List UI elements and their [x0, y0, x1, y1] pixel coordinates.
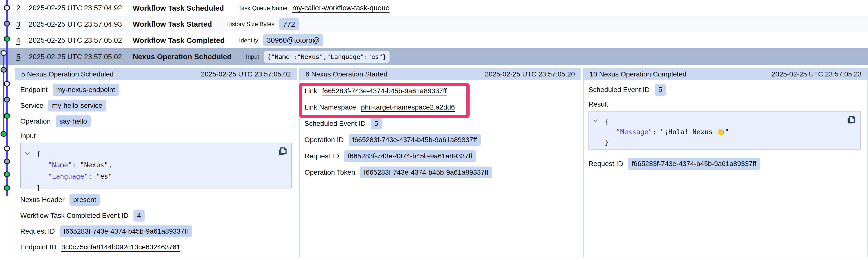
request-id-badge: f665283f-743e-4374-b45b-9a61a89337ff: [344, 150, 476, 162]
event-timestamp: 2025-02-25 UTC 23:57:04.92: [29, 4, 133, 12]
timeline-dot-completed: [4, 114, 10, 118]
scheduled-event-id-badge: 5: [655, 84, 666, 96]
copy-icon[interactable]: [846, 115, 856, 125]
endpoint-id-link[interactable]: 3c0c75ccfa8144b092c13ce632463761: [61, 243, 180, 251]
timeline-dot-scheduled: [1, 51, 6, 55]
field-label: Request ID: [20, 227, 55, 235]
event-type: Workflow Task Scheduled: [133, 4, 224, 12]
field-label: Service: [20, 102, 43, 110]
event-id-link[interactable]: 2: [16, 4, 23, 12]
field-wftc-event-id: Workflow Task Completed Event ID 4: [20, 208, 292, 223]
field-label: Operation: [20, 117, 51, 125]
panel-header: 10 Nexus Operation Completed 2025-02-25 …: [584, 68, 868, 80]
event-row-5-selected[interactable]: 5 2025-02-25 UTC 23:57:05.02 Nexus Opera…: [0, 48, 868, 65]
event-row-2[interactable]: 2 2025-02-25 UTC 23:57:04.92 Workflow Ta…: [0, 0, 868, 16]
field-operation-id: Operation ID f665283f-743e-4374-b45b-9a6…: [305, 132, 576, 148]
json-open-brace: {: [593, 116, 845, 127]
task-queue-link[interactable]: my-caller-workflow-task-queue: [292, 4, 390, 12]
panel-header: 5 Nexus Operation Scheduled 2025-02-25 U…: [15, 68, 297, 80]
field-label: Endpoint: [20, 86, 48, 94]
panel-nexus-operation-scheduled: 5 Nexus Operation Scheduled 2025-02-25 U…: [15, 68, 297, 257]
timeline-dot-completed: [4, 37, 10, 41]
timeline-dot-started: [4, 159, 10, 164]
timeline-dot-scheduled: [4, 146, 10, 151]
result-section-label: Result: [588, 98, 863, 111]
event-detail-label: Input: [246, 53, 259, 60]
event-timestamp: 2025-02-25 UTC 23:57:04.93: [29, 20, 133, 28]
field-service: Service my-hello-service: [20, 98, 292, 113]
field-label: Nexus Header: [20, 196, 64, 204]
scheduled-event-id-badge: 5: [371, 118, 382, 129]
input-json-viewer: { "Name": "Nexus", "Language": "es" }: [20, 143, 292, 188]
request-id-badge: f665283f-743e-4374-b45b-9a61a89337ff: [60, 225, 192, 237]
event-type: Workflow Task Started: [133, 20, 212, 28]
event-detail-label: Identity: [239, 37, 258, 44]
link-namespace-link[interactable]: phil-target-namespace2.a2dd6: [361, 103, 455, 111]
identity-badge: 30960@totoro@: [263, 34, 323, 46]
timeline-dot-completed: [1, 132, 6, 137]
operation-token-badge: f665283f-743e-4374-b45b-9a61a89337ff: [360, 166, 492, 178]
request-id-badge: f665283f-743e-4374-b45b-9a61a89337ff: [628, 158, 760, 170]
panel-title: 10 Nexus Operation Completed: [589, 70, 686, 78]
field-label: Workflow Task Completed Event ID: [20, 212, 128, 220]
field-label: Scheduled Event ID: [588, 86, 650, 94]
field-label: Operation ID: [305, 136, 344, 144]
event-row-4[interactable]: 4 2025-02-25 UTC 23:57:05.02 Workflow Ta…: [0, 32, 868, 48]
operation-badge: say-hello: [56, 115, 91, 127]
link-event-link[interactable]: f665283f-743e-4374-b45b-9a61a89337ff: [322, 87, 446, 95]
field-label: Request ID: [588, 160, 623, 168]
event-timestamp: 2025-02-25 UTC 23:57:05.02: [29, 36, 133, 44]
panel-timestamp: 2025-02-25 UTC 23:57:05.23: [772, 70, 862, 78]
json-open-brace: {: [25, 148, 277, 159]
event-id-link[interactable]: 5: [16, 53, 23, 61]
field-label: Scheduled Event ID: [305, 120, 366, 127]
result-json-viewer: { "Message": "¡Hola! Nexus 👋" }: [588, 111, 861, 150]
field-link-namespace: Link Namespace phil-target-namespace2.a2…: [305, 99, 576, 115]
timeline-dot-started: [4, 22, 10, 26]
nexus-header-badge: present: [69, 194, 100, 206]
timeline-dot-scheduled: [4, 6, 10, 10]
event-id-link[interactable]: 4: [16, 36, 23, 44]
timeline-dot-completed: [4, 186, 10, 190]
input-json-badge: {"Name":"Nexus","Language":"es"}: [264, 51, 390, 63]
panel-nexus-operation-completed: 10 Nexus Operation Completed 2025-02-25 …: [583, 68, 868, 257]
panel-header: 6 Nexus Operation Started 2025-02-25 UTC…: [300, 68, 581, 80]
history-size-badge: 772: [279, 18, 299, 30]
timeline-dot-scheduled: [4, 82, 10, 86]
endpoint-badge: my-nexus-endpoint: [53, 84, 119, 96]
json-close-brace: }: [593, 137, 845, 148]
field-scheduled-event-id: Scheduled Event ID 5: [588, 82, 863, 98]
field-scheduled-event-id: Scheduled Event ID 5: [305, 115, 576, 132]
field-endpoint: Endpoint my-nexus-endpoint: [20, 82, 292, 98]
timeline-dot-completed: [4, 172, 10, 177]
field-label: Request ID: [305, 152, 339, 160]
field-endpoint-id: Endpoint ID 3c0c75ccfa8144b092c13ce63246…: [20, 239, 292, 255]
json-line: "Message": "¡Hola! Nexus 👋": [593, 127, 845, 137]
event-timeline: [0, 0, 14, 260]
event-row-3[interactable]: 3 2025-02-25 UTC 23:57:04.93 Workflow Ta…: [0, 16, 868, 32]
field-nexus-header: Nexus Header present: [20, 192, 292, 208]
field-request-id: Request ID f665283f-743e-4374-b45b-9a61a…: [305, 148, 576, 164]
wftc-event-id-badge: 4: [133, 210, 145, 222]
panel-timestamp: 2025-02-25 UTC 23:57:05.20: [485, 70, 575, 78]
json-line: "Name": "Nexus",: [25, 159, 277, 171]
event-id-link[interactable]: 3: [16, 20, 23, 28]
event-detail-label: History Size Bytes: [226, 21, 275, 28]
event-detail-label: Task Queue Name: [238, 5, 287, 11]
event-history-rows: 2 2025-02-25 UTC 23:57:04.92 Workflow Ta…: [0, 0, 868, 65]
copy-icon[interactable]: [277, 147, 287, 157]
event-timestamp: 2025-02-25 UTC 23:57:05.02: [29, 53, 133, 61]
json-close-brace: }: [25, 182, 277, 193]
field-link: Link f665283f-743e-4374-b45b-9a61a89337f…: [305, 83, 576, 99]
field-request-id: Request ID f665283f-743e-4374-b45b-9a61a…: [20, 223, 292, 239]
json-line: "Language": "es": [25, 171, 277, 182]
field-label: Endpoint ID: [20, 243, 56, 251]
timeline-dot-started: [1, 68, 6, 72]
operation-id-badge: f665283f-743e-4374-b45b-9a61a89337ff: [349, 134, 481, 146]
field-operation-token: Operation Token f665283f-743e-4374-b45b-…: [305, 164, 576, 181]
timeline-dot-started: [4, 98, 10, 102]
panel-title: 6 Nexus Operation Started: [306, 70, 388, 78]
service-badge: my-hello-service: [48, 100, 106, 111]
nexus-operation-panels: 5 Nexus Operation Scheduled 2025-02-25 U…: [15, 68, 868, 257]
event-type: Nexus Operation Scheduled: [133, 52, 231, 61]
